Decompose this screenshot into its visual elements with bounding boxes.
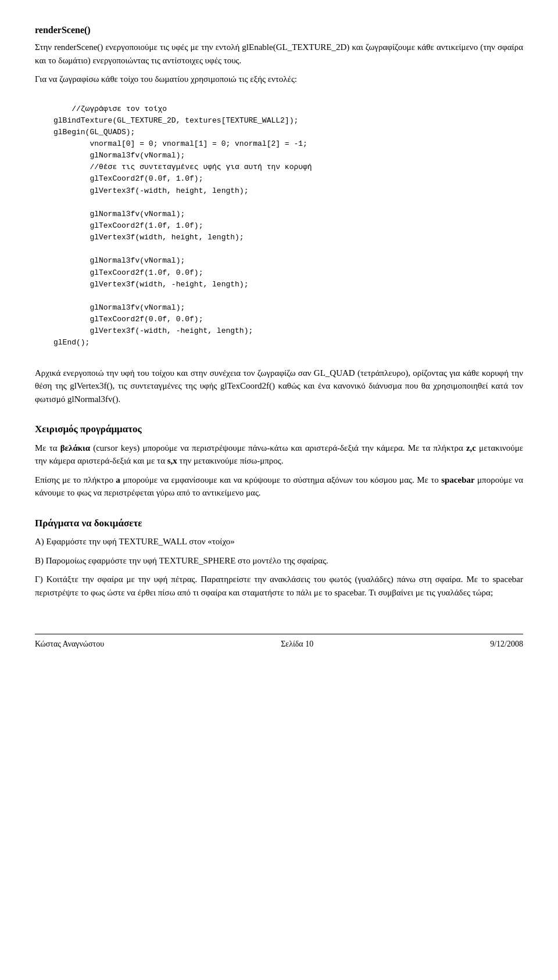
code-line10: glNormal3fv(vNormal); xyxy=(53,256,185,265)
code-line16: glEnd(); xyxy=(53,338,90,347)
explanation-para: Αρχικά ενεργοποιώ την υφή του τοίχου και… xyxy=(35,367,523,406)
section2-para2: Επίσης με το πλήκτρο a μπορούμε να εμφαν… xyxy=(35,473,523,500)
footer-right: 9/12/2008 xyxy=(490,638,523,650)
section3-title: Πράγματα να δοκιμάσετε xyxy=(35,516,523,531)
code-line13: glNormal3fv(vNormal); xyxy=(53,303,185,312)
section2-text1d: την μετακινούμε πίσω-μπρος. xyxy=(177,456,284,465)
section2-title: Χειρισμός προγράμματος xyxy=(35,422,523,437)
section3-c: Γ) Κοιτάξτε την σφαίρα με την υφή πέτρας… xyxy=(35,573,523,599)
section2-bold2: z,c xyxy=(466,443,476,453)
code-line2: glBegin(GL_QUADS); xyxy=(53,128,135,137)
footer-left: Κώστας Αναγνώστου xyxy=(35,638,104,650)
code-line11: glTexCoord2f(1.0f, 0.0f); xyxy=(53,268,203,277)
code-line5: glTexCoord2f(0.0f, 1.0f); xyxy=(53,174,203,183)
code-line4: glNormal3fv(vNormal); xyxy=(53,151,185,160)
section2-bold3: s,x xyxy=(167,456,177,465)
intro-para2: Για να ζωγραφίσω κάθε τοίχο του δωματίου… xyxy=(35,73,523,86)
page-container: renderScene() Στην renderScene() ενεργοπ… xyxy=(35,23,523,650)
code-block-main: //ζωγράφισε τον τοίχο glBindTexture(GL_T… xyxy=(53,92,523,361)
section2-text2b: μπορούμε να εμφανίσουμε και να κρύψουμε … xyxy=(120,475,441,484)
code-line14: glTexCoord2f(0.0f, 0.0f); xyxy=(53,315,203,324)
section2-bold4: a xyxy=(116,475,120,484)
section3-b: Β) Παρομοίως εφαρμόστε την υφή TEXTURE_S… xyxy=(35,554,523,568)
code-line1: glBindTexture(GL_TEXTURE_2D, textures[TE… xyxy=(53,116,298,125)
section2-text1: Με τα xyxy=(35,443,60,453)
code-comment1: //ζωγράφισε τον τοίχο xyxy=(71,105,167,113)
section2-text2: Επίσης με το πλήκτρο xyxy=(35,475,116,484)
section2-bold5: spacebar xyxy=(441,475,475,484)
footer-center: Σελίδα 10 xyxy=(281,638,313,650)
page-footer: Κώστας Αναγνώστου Σελίδα 10 9/12/2008 xyxy=(35,634,523,650)
section2-text1b: (cursor keys) μπορούμε να περιστρέψουμε … xyxy=(90,443,466,453)
code-line3: vnormal[0] = 0; vnormal[1] = 0; vnormal[… xyxy=(53,139,307,148)
section1-heading: renderScene() xyxy=(35,23,523,37)
code-line15: glVertex3f(-width, -height, length); xyxy=(53,326,253,335)
code-line8: glTexCoord2f(1.0f, 1.0f); xyxy=(53,221,203,230)
section3-a: Α) Εφαρμόστε την υφή TEXTURE_WALL στον «… xyxy=(35,535,523,548)
code-line12: glVertex3f(width, -height, length); xyxy=(53,280,248,289)
intro-para1: Στην renderScene() ενεργοποιούμε τις υφέ… xyxy=(35,41,523,67)
section2-bold1: βελάκια xyxy=(60,443,90,453)
code-comment2: //θέσε τις συντεταγμένες υφής για αυτή τ… xyxy=(53,163,312,171)
section2-para1: Με τα βελάκια (cursor keys) μπορούμε να … xyxy=(35,441,523,468)
code-line6: glVertex3f(-width, height, length); xyxy=(53,186,248,195)
code-line9: glVertex3f(width, height, length); xyxy=(53,233,244,242)
code-line7: glNormal3fv(vNormal); xyxy=(53,210,185,218)
